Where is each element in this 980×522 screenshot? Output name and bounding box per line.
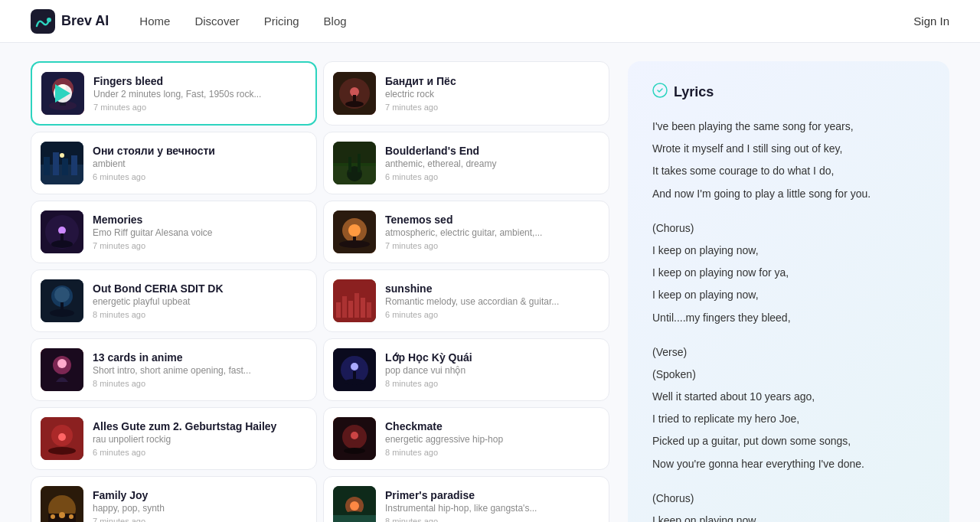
logo[interactable]: Brev AI bbox=[31, 9, 109, 34]
song-time: 7 minutes ago bbox=[93, 241, 307, 250]
nav-links: Home Discover Pricing Blog bbox=[139, 15, 913, 28]
svg-point-18 bbox=[60, 153, 64, 158]
song-thumbnail bbox=[333, 72, 376, 115]
lyric-line: (Spoken) bbox=[652, 365, 925, 384]
song-info: sunshine Romantic melody, use accordian … bbox=[385, 282, 599, 319]
svg-point-68 bbox=[69, 514, 74, 519]
song-card[interactable]: Lớp Học Kỳ Quái pop dance vui nhộn 8 min… bbox=[323, 338, 609, 401]
nav-home[interactable]: Home bbox=[139, 15, 170, 28]
svg-rect-41 bbox=[336, 302, 341, 318]
song-title: Primer's paradise bbox=[385, 489, 599, 501]
svg-point-61 bbox=[351, 432, 358, 439]
song-card[interactable]: Fingers bleed Under 2 minutes long, Fast… bbox=[31, 61, 317, 126]
song-thumbnail bbox=[41, 348, 83, 391]
svg-point-1 bbox=[47, 18, 51, 22]
song-time: 7 minutes ago bbox=[93, 517, 307, 522]
logo-icon bbox=[31, 9, 55, 34]
song-info: Tenemos sed atmospheric, electric guitar… bbox=[385, 214, 599, 250]
svg-rect-23 bbox=[348, 157, 351, 172]
svg-rect-45 bbox=[361, 298, 365, 318]
lyric-line: Now you're gonna hear everything I've do… bbox=[652, 455, 925, 474]
svg-point-37 bbox=[54, 287, 70, 302]
lyric-line: And now I'm going to play a little song … bbox=[652, 184, 925, 204]
svg-rect-43 bbox=[348, 301, 353, 318]
svg-point-71 bbox=[350, 501, 359, 511]
song-card[interactable]: Checkmate energetic aggressive hip-hop 8… bbox=[323, 407, 609, 470]
svg-rect-39 bbox=[60, 302, 64, 313]
svg-rect-29 bbox=[60, 233, 64, 244]
svg-rect-72 bbox=[333, 515, 376, 522]
song-card[interactable]: sunshine Romantic melody, use accordian … bbox=[323, 269, 609, 332]
song-info: Checkmate energetic aggressive hip-hop 8… bbox=[385, 420, 599, 457]
song-desc: Short intro, short anime opening, fast..… bbox=[93, 365, 307, 376]
svg-point-32 bbox=[348, 224, 361, 237]
song-desc: Under 2 minutes long, Fast, 1950s rock..… bbox=[93, 89, 306, 100]
song-card[interactable]: Primer's paradise Instrumental hip-hop, … bbox=[323, 476, 609, 522]
song-time: 7 minutes ago bbox=[385, 241, 599, 250]
song-card[interactable]: Tenemos sed atmospheric, electric guitar… bbox=[323, 201, 609, 263]
song-card[interactable]: Alles Gute zum 2. Geburtstag Hailey rau … bbox=[31, 407, 317, 470]
svg-rect-17 bbox=[71, 155, 77, 175]
lyric-line: Wrote it myself and I still sing out of … bbox=[652, 139, 925, 158]
song-info: Out Bond CERIA SDIT DK energetic playful… bbox=[93, 282, 307, 319]
nav-pricing[interactable]: Pricing bbox=[264, 15, 299, 28]
lyrics-title: Lyrics bbox=[674, 84, 714, 100]
song-desc: Instrumental hip-hop, like gangsta's... bbox=[385, 503, 599, 514]
song-info: Memories Emo Riff guitar Alesana voice 7… bbox=[93, 214, 307, 250]
song-card[interactable]: Family Joy happy, pop, synth 7 minutes a… bbox=[31, 476, 317, 522]
song-card[interactable]: Memories Emo Riff guitar Alesana voice 7… bbox=[31, 201, 317, 263]
song-thumbnail bbox=[41, 417, 83, 460]
song-desc: energetic playful upbeat bbox=[93, 296, 307, 307]
song-title: Lớp Học Kỳ Quái bbox=[385, 351, 599, 364]
song-card[interactable]: Они стояли у вечности ambient 6 minutes … bbox=[31, 132, 317, 194]
song-title: Alles Gute zum 2. Geburtstag Hailey bbox=[93, 420, 307, 432]
song-desc: energetic aggressive hip-hop bbox=[385, 434, 599, 445]
nav-blog[interactable]: Blog bbox=[324, 15, 347, 28]
lyric-line: I keep on playing now, bbox=[652, 241, 925, 260]
svg-point-57 bbox=[58, 433, 66, 441]
song-title: Они стояли у вечности bbox=[93, 145, 307, 157]
song-info: Lớp Học Kỳ Quái pop dance vui nhộn 8 min… bbox=[385, 351, 599, 388]
song-desc: happy, pop, synth bbox=[93, 503, 307, 514]
svg-point-62 bbox=[344, 448, 365, 454]
lyrics-header: Lyrics bbox=[652, 83, 925, 102]
song-time: 8 minutes ago bbox=[93, 379, 307, 388]
song-time: 8 minutes ago bbox=[385, 379, 599, 388]
song-info: Fingers bleed Under 2 minutes long, Fast… bbox=[93, 75, 306, 112]
lyric-line: I've been playing the same song for year… bbox=[652, 117, 925, 136]
song-time: 8 minutes ago bbox=[385, 448, 599, 457]
song-card[interactable]: Boulderland's End anthemic, ethereal, dr… bbox=[323, 132, 609, 194]
svg-rect-21 bbox=[333, 163, 376, 166]
song-thumbnail bbox=[333, 417, 376, 460]
song-card[interactable]: Out Bond CERIA SDIT DK energetic playful… bbox=[31, 269, 317, 332]
song-time: 7 minutes ago bbox=[385, 103, 599, 112]
svg-rect-0 bbox=[31, 9, 55, 34]
song-info: Alles Gute zum 2. Geburtstag Hailey rau … bbox=[93, 420, 307, 457]
song-time: 7 minutes ago bbox=[93, 103, 306, 112]
song-desc: Romantic melody, use accordian & guitar.… bbox=[385, 296, 599, 307]
song-title: sunshine bbox=[385, 282, 599, 295]
song-info: Boulderland's End anthemic, ethereal, dr… bbox=[385, 145, 599, 181]
lyrics-content: I've been playing the same song for year… bbox=[652, 117, 925, 522]
svg-point-28 bbox=[58, 227, 66, 234]
svg-rect-14 bbox=[44, 157, 50, 175]
song-desc: anthemic, ethereal, dreamy bbox=[385, 158, 599, 169]
song-title: Бандит и Пёс bbox=[385, 75, 599, 87]
nav-discover[interactable]: Discover bbox=[194, 15, 239, 28]
song-time: 6 minutes ago bbox=[93, 448, 307, 457]
song-card[interactable]: 13 cards in anime Short intro, short ani… bbox=[31, 338, 317, 401]
lyric-line: I keep on playing now for ya, bbox=[652, 263, 925, 282]
sign-in-button[interactable]: Sign In bbox=[913, 15, 949, 28]
svg-point-53 bbox=[351, 363, 358, 370]
svg-rect-42 bbox=[342, 296, 347, 318]
song-list: Fingers bleed Under 2 minutes long, Fast… bbox=[31, 61, 609, 522]
song-card[interactable]: Бандит и Пёс electric rock 7 minutes ago bbox=[323, 61, 609, 126]
play-button[interactable] bbox=[54, 84, 72, 103]
lyric-line: Well it started about 10 years ago, bbox=[652, 387, 925, 406]
navbar: Brev AI Home Discover Pricing Blog Sign … bbox=[0, 0, 980, 43]
song-thumbnail bbox=[333, 486, 376, 522]
lyric-line: I keep on playing now, bbox=[652, 285, 925, 305]
song-thumbnail bbox=[41, 486, 83, 522]
song-desc: pop dance vui nhộn bbox=[385, 365, 599, 376]
song-title: Out Bond CERIA SDIT DK bbox=[93, 282, 307, 295]
